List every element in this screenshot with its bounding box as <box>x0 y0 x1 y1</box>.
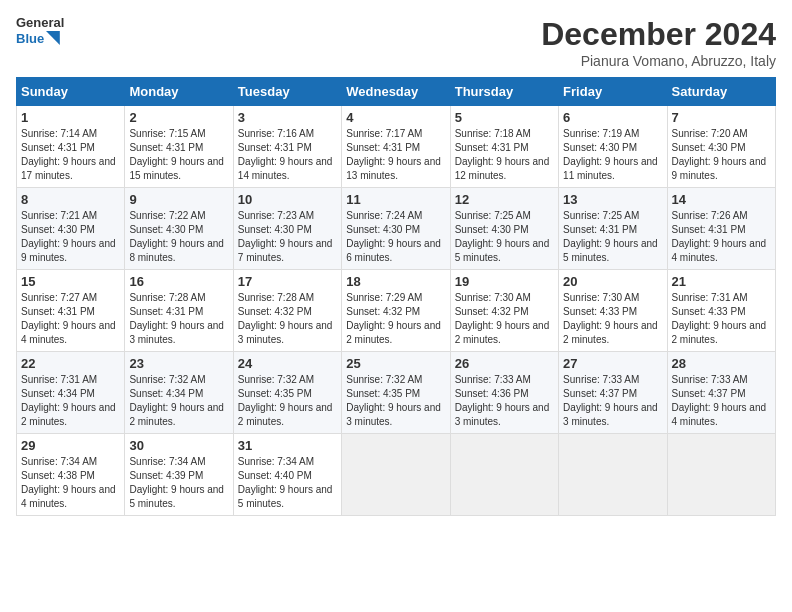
month-title: December 2024 <box>541 16 776 53</box>
calendar-day-cell: 9 Sunrise: 7:22 AMSunset: 4:30 PMDayligh… <box>125 188 233 270</box>
day-number: 28 <box>672 356 771 371</box>
day-of-week-header: Thursday <box>450 78 558 106</box>
day-info: Sunrise: 7:25 AMSunset: 4:30 PMDaylight:… <box>455 209 554 265</box>
day-info: Sunrise: 7:32 AMSunset: 4:35 PMDaylight:… <box>346 373 445 429</box>
day-info: Sunrise: 7:30 AMSunset: 4:33 PMDaylight:… <box>563 291 662 347</box>
calendar-day-cell: 15 Sunrise: 7:27 AMSunset: 4:31 PMDaylig… <box>17 270 125 352</box>
calendar-day-cell: 20 Sunrise: 7:30 AMSunset: 4:33 PMDaylig… <box>559 270 667 352</box>
calendar-day-cell: 14 Sunrise: 7:26 AMSunset: 4:31 PMDaylig… <box>667 188 775 270</box>
location: Pianura Vomano, Abruzzo, Italy <box>541 53 776 69</box>
calendar-day-cell: 31 Sunrise: 7:34 AMSunset: 4:40 PMDaylig… <box>233 434 341 516</box>
day-info: Sunrise: 7:28 AMSunset: 4:32 PMDaylight:… <box>238 291 337 347</box>
title-block: December 2024 Pianura Vomano, Abruzzo, I… <box>541 16 776 69</box>
day-number: 16 <box>129 274 228 289</box>
calendar-table: SundayMondayTuesdayWednesdayThursdayFrid… <box>16 77 776 516</box>
day-number: 31 <box>238 438 337 453</box>
calendar-day-cell: 3 Sunrise: 7:16 AMSunset: 4:31 PMDayligh… <box>233 106 341 188</box>
calendar-day-cell: 25 Sunrise: 7:32 AMSunset: 4:35 PMDaylig… <box>342 352 450 434</box>
day-info: Sunrise: 7:21 AMSunset: 4:30 PMDaylight:… <box>21 209 120 265</box>
day-info: Sunrise: 7:15 AMSunset: 4:31 PMDaylight:… <box>129 127 228 183</box>
calendar-day-cell: 30 Sunrise: 7:34 AMSunset: 4:39 PMDaylig… <box>125 434 233 516</box>
calendar-day-cell: 2 Sunrise: 7:15 AMSunset: 4:31 PMDayligh… <box>125 106 233 188</box>
day-of-week-header: Friday <box>559 78 667 106</box>
day-number: 8 <box>21 192 120 207</box>
calendar-day-cell <box>667 434 775 516</box>
day-info: Sunrise: 7:27 AMSunset: 4:31 PMDaylight:… <box>21 291 120 347</box>
day-number: 20 <box>563 274 662 289</box>
day-number: 7 <box>672 110 771 125</box>
logo-blue-text: Blue <box>16 31 44 46</box>
header-row: SundayMondayTuesdayWednesdayThursdayFrid… <box>17 78 776 106</box>
logo: General Blue <box>16 16 60 60</box>
calendar-day-cell: 8 Sunrise: 7:21 AMSunset: 4:30 PMDayligh… <box>17 188 125 270</box>
calendar-day-cell: 16 Sunrise: 7:28 AMSunset: 4:31 PMDaylig… <box>125 270 233 352</box>
calendar-day-cell <box>559 434 667 516</box>
day-info: Sunrise: 7:33 AMSunset: 4:37 PMDaylight:… <box>563 373 662 429</box>
day-of-week-header: Sunday <box>17 78 125 106</box>
calendar-day-cell: 12 Sunrise: 7:25 AMSunset: 4:30 PMDaylig… <box>450 188 558 270</box>
day-of-week-header: Saturday <box>667 78 775 106</box>
logo-container: General Blue <box>16 16 60 60</box>
day-info: Sunrise: 7:19 AMSunset: 4:30 PMDaylight:… <box>563 127 662 183</box>
day-info: Sunrise: 7:14 AMSunset: 4:31 PMDaylight:… <box>21 127 120 183</box>
calendar-day-cell: 23 Sunrise: 7:32 AMSunset: 4:34 PMDaylig… <box>125 352 233 434</box>
calendar-day-cell: 7 Sunrise: 7:20 AMSunset: 4:30 PMDayligh… <box>667 106 775 188</box>
day-info: Sunrise: 7:34 AMSunset: 4:39 PMDaylight:… <box>129 455 228 511</box>
day-info: Sunrise: 7:31 AMSunset: 4:34 PMDaylight:… <box>21 373 120 429</box>
day-number: 30 <box>129 438 228 453</box>
day-info: Sunrise: 7:31 AMSunset: 4:33 PMDaylight:… <box>672 291 771 347</box>
day-number: 6 <box>563 110 662 125</box>
day-info: Sunrise: 7:25 AMSunset: 4:31 PMDaylight:… <box>563 209 662 265</box>
day-number: 22 <box>21 356 120 371</box>
calendar-day-cell: 22 Sunrise: 7:31 AMSunset: 4:34 PMDaylig… <box>17 352 125 434</box>
day-info: Sunrise: 7:24 AMSunset: 4:30 PMDaylight:… <box>346 209 445 265</box>
logo-triangle-icon <box>46 30 60 46</box>
day-info: Sunrise: 7:29 AMSunset: 4:32 PMDaylight:… <box>346 291 445 347</box>
calendar-week-row: 15 Sunrise: 7:27 AMSunset: 4:31 PMDaylig… <box>17 270 776 352</box>
day-number: 19 <box>455 274 554 289</box>
day-info: Sunrise: 7:17 AMSunset: 4:31 PMDaylight:… <box>346 127 445 183</box>
calendar-day-cell: 10 Sunrise: 7:23 AMSunset: 4:30 PMDaylig… <box>233 188 341 270</box>
day-number: 24 <box>238 356 337 371</box>
day-number: 17 <box>238 274 337 289</box>
calendar-day-cell: 24 Sunrise: 7:32 AMSunset: 4:35 PMDaylig… <box>233 352 341 434</box>
day-number: 13 <box>563 192 662 207</box>
day-number: 11 <box>346 192 445 207</box>
calendar-day-cell: 1 Sunrise: 7:14 AMSunset: 4:31 PMDayligh… <box>17 106 125 188</box>
day-info: Sunrise: 7:34 AMSunset: 4:40 PMDaylight:… <box>238 455 337 511</box>
calendar-day-cell: 21 Sunrise: 7:31 AMSunset: 4:33 PMDaylig… <box>667 270 775 352</box>
calendar-day-cell: 5 Sunrise: 7:18 AMSunset: 4:31 PMDayligh… <box>450 106 558 188</box>
day-info: Sunrise: 7:33 AMSunset: 4:37 PMDaylight:… <box>672 373 771 429</box>
calendar-week-row: 1 Sunrise: 7:14 AMSunset: 4:31 PMDayligh… <box>17 106 776 188</box>
day-number: 10 <box>238 192 337 207</box>
calendar-day-cell: 4 Sunrise: 7:17 AMSunset: 4:31 PMDayligh… <box>342 106 450 188</box>
calendar-day-cell: 17 Sunrise: 7:28 AMSunset: 4:32 PMDaylig… <box>233 270 341 352</box>
day-info: Sunrise: 7:34 AMSunset: 4:38 PMDaylight:… <box>21 455 120 511</box>
day-number: 15 <box>21 274 120 289</box>
day-info: Sunrise: 7:30 AMSunset: 4:32 PMDaylight:… <box>455 291 554 347</box>
day-info: Sunrise: 7:32 AMSunset: 4:35 PMDaylight:… <box>238 373 337 429</box>
calendar-week-row: 22 Sunrise: 7:31 AMSunset: 4:34 PMDaylig… <box>17 352 776 434</box>
day-info: Sunrise: 7:16 AMSunset: 4:31 PMDaylight:… <box>238 127 337 183</box>
day-of-week-header: Wednesday <box>342 78 450 106</box>
day-info: Sunrise: 7:22 AMSunset: 4:30 PMDaylight:… <box>129 209 228 265</box>
calendar-day-cell: 11 Sunrise: 7:24 AMSunset: 4:30 PMDaylig… <box>342 188 450 270</box>
calendar-day-cell: 6 Sunrise: 7:19 AMSunset: 4:30 PMDayligh… <box>559 106 667 188</box>
calendar-week-row: 8 Sunrise: 7:21 AMSunset: 4:30 PMDayligh… <box>17 188 776 270</box>
day-info: Sunrise: 7:26 AMSunset: 4:31 PMDaylight:… <box>672 209 771 265</box>
day-info: Sunrise: 7:23 AMSunset: 4:30 PMDaylight:… <box>238 209 337 265</box>
day-info: Sunrise: 7:20 AMSunset: 4:30 PMDaylight:… <box>672 127 771 183</box>
logo-general-text: General <box>16 16 60 30</box>
calendar-day-cell <box>450 434 558 516</box>
day-info: Sunrise: 7:28 AMSunset: 4:31 PMDaylight:… <box>129 291 228 347</box>
day-number: 23 <box>129 356 228 371</box>
day-number: 5 <box>455 110 554 125</box>
calendar-day-cell: 26 Sunrise: 7:33 AMSunset: 4:36 PMDaylig… <box>450 352 558 434</box>
calendar-day-cell: 13 Sunrise: 7:25 AMSunset: 4:31 PMDaylig… <box>559 188 667 270</box>
calendar-day-cell: 19 Sunrise: 7:30 AMSunset: 4:32 PMDaylig… <box>450 270 558 352</box>
day-info: Sunrise: 7:33 AMSunset: 4:36 PMDaylight:… <box>455 373 554 429</box>
day-number: 9 <box>129 192 228 207</box>
calendar-day-cell: 29 Sunrise: 7:34 AMSunset: 4:38 PMDaylig… <box>17 434 125 516</box>
calendar-day-cell <box>342 434 450 516</box>
day-of-week-header: Monday <box>125 78 233 106</box>
